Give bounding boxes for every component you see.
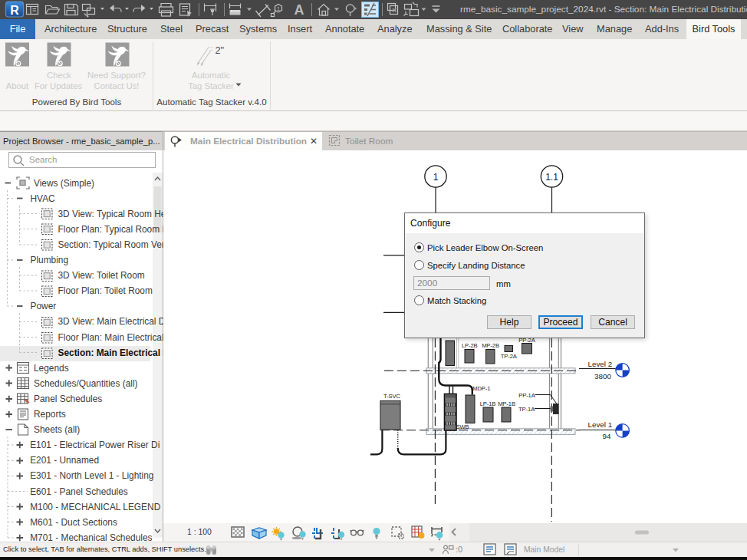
svg-text:1: 1 [433, 172, 439, 183]
svg-text:1: 1 [277, 5, 281, 12]
svg-text:MDP-1: MDP-1 [472, 385, 490, 392]
svg-text:Level 1: Level 1 [588, 420, 613, 429]
svg-text:SWB: SWB [456, 423, 469, 430]
svg-text:MP-1B: MP-1B [498, 400, 515, 407]
svg-text:3800: 3800 [594, 372, 611, 380]
svg-text:PP-1A: PP-1A [518, 392, 535, 399]
svg-text:R: R [10, 4, 19, 17]
svg-text:2": 2" [216, 44, 225, 56]
svg-text:T-SVC: T-SVC [383, 393, 400, 400]
svg-text:LP-2B: LP-2B [462, 342, 478, 349]
svg-text:Level 2: Level 2 [588, 360, 613, 368]
svg-text:TP-2A: TP-2A [501, 353, 518, 360]
svg-text:MP-2B: MP-2B [482, 342, 499, 349]
svg-text:94: 94 [603, 432, 611, 440]
svg-text:A: A [295, 2, 304, 18]
svg-text::0: :0 [456, 545, 462, 554]
svg-text:LP-1B: LP-1B [480, 400, 496, 407]
svg-text:TP-1A: TP-1A [518, 406, 535, 413]
svg-text:1.1: 1.1 [545, 172, 558, 183]
